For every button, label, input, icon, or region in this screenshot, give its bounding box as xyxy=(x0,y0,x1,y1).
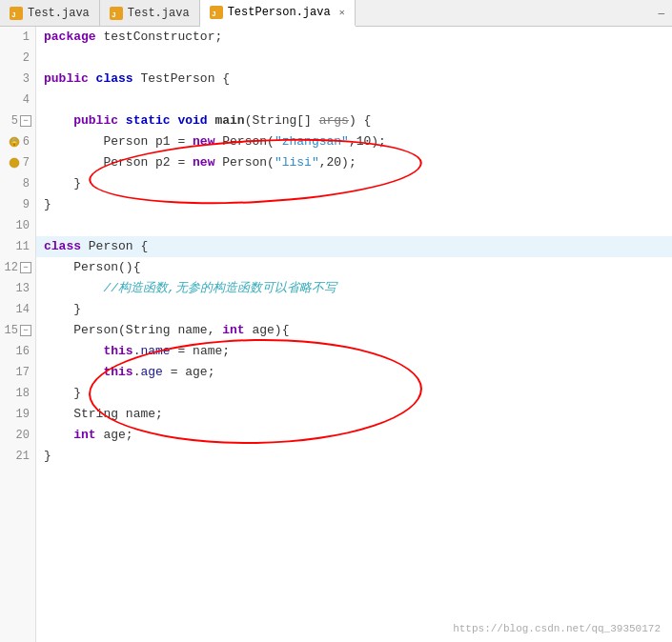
code-line-20: int age; xyxy=(36,425,672,446)
line-num-6: 🔒 6 xyxy=(0,131,35,152)
code-lines: https://blog.csdn.net/qq_39350172 packag… xyxy=(36,27,672,642)
tab-label-3: TestPerson.java xyxy=(228,6,331,19)
line-num-11: 11 xyxy=(0,236,35,257)
java-icon-1: J xyxy=(10,7,23,20)
line-num-15: 15 − xyxy=(0,320,35,341)
svg-text:J: J xyxy=(212,10,216,18)
code-line-9: } xyxy=(36,194,672,215)
tab-close-btn[interactable]: ✕ xyxy=(339,7,345,18)
code-line-4 xyxy=(36,90,672,110)
line-num-12: 12 − xyxy=(0,257,35,278)
editor: J Test.java J Test.java J TestPerson.jav… xyxy=(0,0,672,642)
watermark: https://blog.csdn.net/qq_39350172 xyxy=(453,623,661,634)
code-line-5: public static void main(String[] args) { xyxy=(36,110,672,131)
line-num-16: 16 xyxy=(0,341,35,362)
code-line-16: this.name = name; xyxy=(36,341,672,362)
line-num-8: 8 xyxy=(0,173,35,194)
code-line-14: } xyxy=(36,299,672,320)
code-line-2 xyxy=(36,48,672,69)
java-icon-2: J xyxy=(110,7,123,20)
line-num-17: 17 xyxy=(0,362,35,383)
tab-label-1: Test.java xyxy=(28,7,90,20)
tab-bar: J Test.java J Test.java J TestPerson.jav… xyxy=(0,0,672,27)
line-num-14: 14 xyxy=(0,299,35,320)
line-num-4: 4 xyxy=(0,90,35,110)
code-line-18: } xyxy=(36,383,672,404)
code-line-7: Person p2 = new Person("lisi",20); xyxy=(36,152,672,173)
code-line-11: class Person { xyxy=(36,236,672,257)
line-numbers: 1 2 3 4 5 − 🔒 6 7 8 9 10 11 12 − xyxy=(0,27,36,642)
code-area: 1 2 3 4 5 − 🔒 6 7 8 9 10 11 12 − xyxy=(0,27,672,642)
line-num-20: 20 xyxy=(0,425,35,446)
tab-testperson[interactable]: J TestPerson.java ✕ xyxy=(200,0,356,27)
code-line-8: } xyxy=(36,173,672,194)
line-num-7: 7 xyxy=(0,152,35,173)
code-line-19: String name; xyxy=(36,404,672,425)
tab-test2[interactable]: J Test.java xyxy=(100,0,200,26)
tab-label-2: Test.java xyxy=(128,7,190,20)
line-num-19: 19 xyxy=(0,404,35,425)
code-line-15: Person(String name, int age){ xyxy=(36,320,672,341)
minimize-button[interactable]: — xyxy=(650,0,672,26)
code-line-21: } xyxy=(36,446,672,467)
line-num-9: 9 xyxy=(0,194,35,215)
line-num-2: 2 xyxy=(0,48,35,69)
line-num-10: 10 xyxy=(0,215,35,236)
code-line-12: Person(){ xyxy=(36,257,672,278)
line-num-18: 18 xyxy=(0,383,35,404)
line-num-1: 1 xyxy=(0,27,35,48)
svg-text:🔒: 🔒 xyxy=(10,137,19,147)
line-num-5: 5 − xyxy=(0,110,35,131)
svg-text:J: J xyxy=(112,10,116,19)
svg-text:J: J xyxy=(11,10,16,19)
java-icon-3: J xyxy=(210,6,223,19)
code-line-6: Person p1 = new Person("zhangsan",10); xyxy=(36,131,672,152)
code-line-17: this.age = age; xyxy=(36,362,672,383)
svg-point-8 xyxy=(10,158,19,168)
code-line-3: public class TestPerson { xyxy=(36,69,672,90)
code-line-10 xyxy=(36,215,672,236)
line-num-13: 13 xyxy=(0,278,35,299)
line-num-21: 21 xyxy=(0,446,35,467)
tab-test1[interactable]: J Test.java xyxy=(0,0,100,26)
code-line-1: package testConstructor; xyxy=(36,27,672,48)
line-num-3: 3 xyxy=(0,69,35,90)
code-line-13: //构造函数,无参的构造函数可以省略不写 xyxy=(36,278,672,299)
